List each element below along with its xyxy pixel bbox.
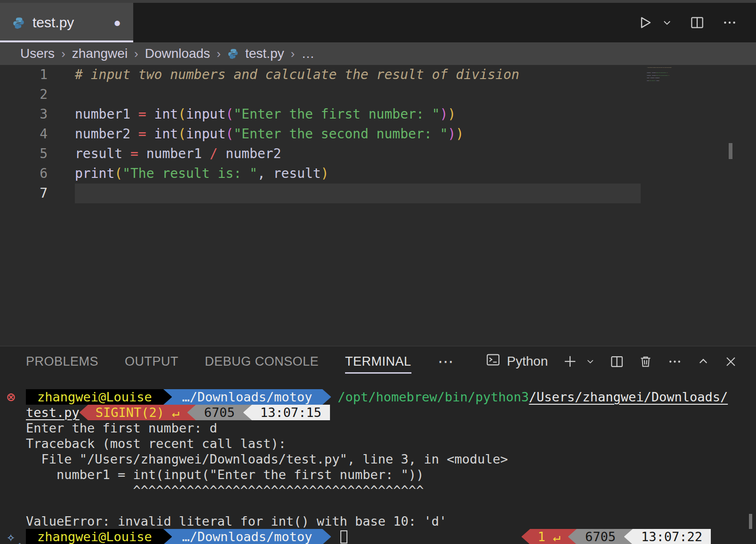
terminal-row: File "/Users/zhangwei/Downloads/test.py"… xyxy=(0,451,756,467)
editor-tab-bar: test.py ● xyxy=(0,3,756,42)
minimap-content: 1# input two numbers and calculate the r… xyxy=(647,66,727,85)
terminal-row: test.py SIGINT(2) ↵670513:07:15 xyxy=(0,405,756,420)
close-panel-icon[interactable] xyxy=(724,355,737,368)
run-icon[interactable] xyxy=(637,15,652,30)
python-icon xyxy=(12,16,25,29)
terminal-session-label: Python xyxy=(507,354,548,369)
code-line: 3number1 = int(input("Enter the first nu… xyxy=(0,104,756,124)
tab-test-py[interactable]: test.py ● xyxy=(0,3,133,42)
tab-output[interactable]: OUTPUT xyxy=(125,346,178,376)
code-line: 1# input two numbers and calculate the r… xyxy=(0,65,756,85)
breadcrumb-item-symbol[interactable]: … xyxy=(301,46,314,61)
line-number: 4 xyxy=(0,124,75,144)
terminal-rows: zhangwei@Louise…/Downloads/motoy/opt/hom… xyxy=(0,389,756,544)
modified-dot-icon[interactable]: ● xyxy=(113,16,121,30)
more-actions-icon[interactable] xyxy=(668,354,682,369)
vscode-window: test.py ● Users › zhangwei › Downloads › xyxy=(0,0,756,544)
terminal-row: Enter the first number: d xyxy=(0,420,756,436)
terminal-scrollbar-thumb[interactable] xyxy=(749,514,752,529)
breadcrumb: Users › zhangwei › Downloads › test.py ›… xyxy=(0,42,756,65)
terminal-row xyxy=(0,498,756,513)
terminal-icon xyxy=(486,352,500,370)
terminal-dropdown-chevron-icon[interactable] xyxy=(586,357,595,366)
kill-terminal-icon[interactable] xyxy=(639,355,652,368)
line-number: 2 xyxy=(0,85,75,104)
terminal-row: zhangwei@Louise…/Downloads/motoy1 ↵67051… xyxy=(0,529,756,544)
breadcrumb-item-users[interactable]: Users xyxy=(20,46,55,61)
run-dropdown-chevron-icon[interactable] xyxy=(662,17,672,28)
new-terminal-icon[interactable] xyxy=(563,354,577,368)
editor-scrollbar-thumb[interactable] xyxy=(729,143,732,159)
terminal-row: ^^^^^^^^^^^^^^^^^^^^^^^^^^^^^^^^^^^^^^ xyxy=(0,482,756,498)
code-lines: 1# input two numbers and calculate the r… xyxy=(0,65,756,203)
tab-title: test.py xyxy=(32,15,74,31)
terminal-row: number1 = int(input("Enter the first num… xyxy=(0,467,756,482)
split-editor-icon[interactable] xyxy=(690,16,704,30)
split-terminal-icon[interactable] xyxy=(610,355,624,368)
code-line: 4number2 = int(input("Enter the second n… xyxy=(0,124,756,144)
code-line: 5result = number1 / number2 xyxy=(0,144,756,164)
more-panel-tabs-icon[interactable]: ⋯ xyxy=(438,352,454,371)
chevron-right-icon: › xyxy=(290,47,295,61)
chevron-right-icon: › xyxy=(217,47,221,61)
line-number: 3 xyxy=(0,104,75,124)
code-editor[interactable]: 1# input two numbers and calculate the r… xyxy=(0,65,756,346)
line-number: 6 xyxy=(0,164,75,184)
sparkle-icon xyxy=(7,529,15,544)
code-line: 2 xyxy=(0,85,756,104)
breadcrumb-item-zhangwei[interactable]: zhangwei xyxy=(72,46,128,61)
code-line: 7 xyxy=(0,184,756,203)
terminal-session-selector[interactable]: Python xyxy=(486,352,548,370)
code-line: 7 xyxy=(647,82,727,85)
minimap[interactable]: 1# input two numbers and calculate the r… xyxy=(647,66,727,160)
more-actions-icon[interactable] xyxy=(722,15,737,30)
panel-header: PROBLEMS OUTPUT DEBUG CONSOLE TERMINAL ⋯… xyxy=(0,346,756,376)
breadcrumb-item-file[interactable]: test.py xyxy=(245,46,284,61)
editor-actions xyxy=(637,3,737,42)
tab-debug-console[interactable]: DEBUG CONSOLE xyxy=(205,346,319,376)
terminal-row: ValueError: invalid literal for int() wi… xyxy=(0,513,756,529)
tab-problems[interactable]: PROBLEMS xyxy=(26,346,98,376)
bottom-panel: PROBLEMS OUTPUT DEBUG CONSOLE TERMINAL ⋯… xyxy=(0,346,756,544)
chevron-right-icon: › xyxy=(134,47,138,61)
maximize-panel-icon[interactable] xyxy=(697,355,709,368)
breadcrumb-item-downloads[interactable]: Downloads xyxy=(145,46,210,61)
line-number: 7 xyxy=(0,184,75,203)
terminal-actions: Python xyxy=(486,352,737,370)
line-number: 1 xyxy=(0,65,75,85)
chevron-right-icon: › xyxy=(61,47,65,61)
code-line: 6print("The result is: ", result) xyxy=(0,164,756,184)
line-number: 5 xyxy=(0,144,75,164)
tab-terminal[interactable]: TERMINAL xyxy=(345,346,411,376)
error-circle-icon xyxy=(7,389,16,405)
terminal-row: zhangwei@Louise…/Downloads/motoy/opt/hom… xyxy=(0,389,756,405)
terminal-viewport[interactable]: zhangwei@Louise…/Downloads/motoy/opt/hom… xyxy=(0,376,756,544)
python-icon xyxy=(227,48,239,59)
terminal-row: Traceback (most recent call last): xyxy=(0,436,756,451)
